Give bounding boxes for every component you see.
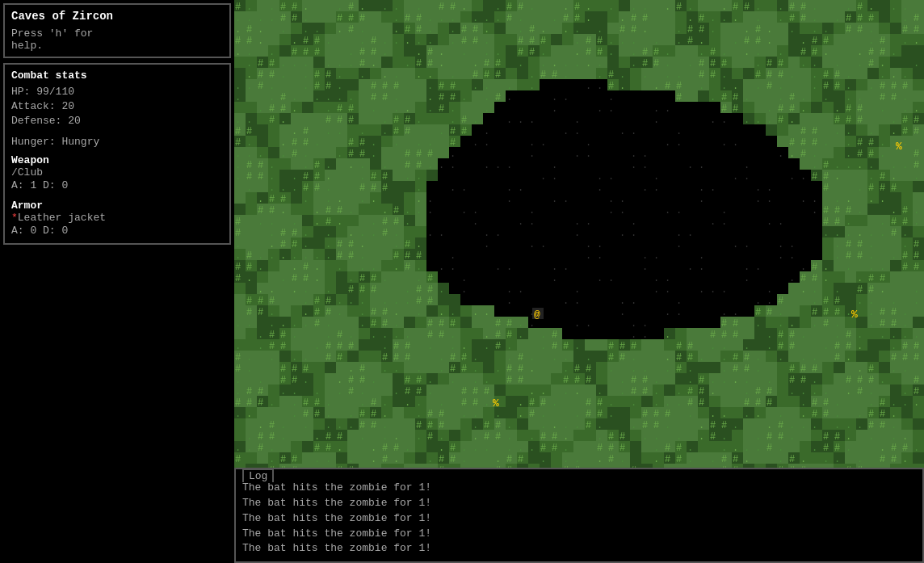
attack-line: Attack: 20 (11, 99, 223, 114)
hp-line: HP: 99/110 (11, 85, 223, 99)
weapon-title: Weapon (11, 154, 223, 166)
log-line: The bat hits the zombie for 1! (242, 481, 916, 496)
stats-title: Combat stats (11, 69, 223, 82)
sidebar: Caves of Zircon Press 'h' forhelp. Comba… (0, 0, 234, 563)
hunger-line: Hunger: Hungry (11, 136, 223, 148)
hp-label: HP: (11, 86, 30, 98)
armor-name: *Leather jacket (11, 212, 223, 224)
main-area: Log The bat hits the zombie for 1!The ba… (234, 0, 924, 563)
armor-stats: A: 0 D: 0 (11, 224, 223, 238)
hunger-value: Hungry (61, 136, 99, 148)
defense-value: 20 (68, 115, 81, 127)
cave-map (234, 0, 924, 468)
log-messages: The bat hits the zombie for 1!The bat hi… (236, 477, 922, 560)
weapon-icon: / (11, 166, 18, 179)
attack-label: Attack: (11, 100, 56, 112)
armor-title: Armor (11, 200, 223, 212)
hunger-label: Hunger: (11, 136, 56, 148)
title-panel: Caves of Zircon Press 'h' forhelp. (3, 3, 231, 58)
weapon-stats: A: 1 D: 0 (11, 179, 223, 193)
defense-line: Defense: 20 (11, 114, 223, 128)
defense-label: Defense: (11, 115, 61, 127)
hp-value: 99/110 (36, 86, 74, 98)
log-line: The bat hits the zombie for 1! (242, 541, 916, 557)
log-line: The bat hits the zombie for 1! (242, 496, 916, 511)
weapon-section: Weapon /Club A: 1 D: 0 (11, 154, 223, 193)
log-panel: Log The bat hits the zombie for 1!The ba… (234, 468, 924, 563)
game-canvas (234, 0, 924, 468)
log-tab: Log (242, 468, 274, 482)
attack-value: 20 (61, 100, 74, 112)
log-line: The bat hits the zombie for 1! (242, 527, 916, 542)
app: Caves of Zircon Press 'h' forhelp. Comba… (0, 0, 924, 563)
game-title: Caves of Zircon (11, 10, 223, 23)
stats-panel: Combat stats HP: 99/110 Attack: 20 Defen… (3, 63, 231, 245)
weapon-name: /Club (11, 166, 223, 179)
log-line: The bat hits the zombie for 1! (242, 511, 916, 527)
armor-icon: * (11, 212, 18, 224)
help-text: Press 'h' forhelp. (11, 27, 223, 52)
armor-section: Armor *Leather jacket A: 0 D: 0 (11, 200, 223, 238)
